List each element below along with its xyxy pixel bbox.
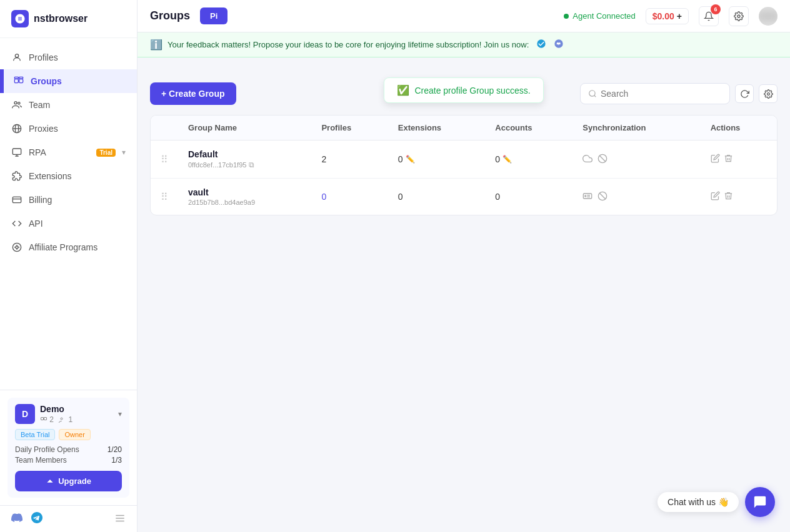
avatar: D	[15, 404, 35, 424]
sidebar-item-api[interactable]: API	[0, 212, 137, 235]
sync-cloud-icon[interactable]	[582, 154, 592, 165]
toolbar-right	[580, 83, 778, 104]
sidebar-item-proxies[interactable]: Proxies	[0, 117, 137, 140]
banner-text: Your feedback matters! Propose your idea…	[168, 40, 529, 49]
settings-groups-button[interactable]	[759, 84, 778, 103]
sidebar-item-team-label: Team	[29, 100, 50, 110]
user-chevron-icon[interactable]: ▾	[118, 410, 122, 418]
delete-vault-icon[interactable]	[724, 191, 733, 202]
sync-icons-default	[582, 154, 690, 165]
info-icon: ℹ️	[150, 39, 162, 51]
footer-icons	[11, 512, 42, 526]
accounts-count-default: 0 ✏️	[485, 140, 572, 179]
header: Groups Pi Agent Connected $0.00 + 6	[138, 0, 790, 32]
chat-label: Chat with us 👋	[658, 492, 739, 512]
extensions-count-default: 0 ✏️	[388, 140, 486, 179]
beta-trial-badge: Beta Trial	[15, 429, 55, 440]
discord-icon[interactable]	[11, 512, 22, 526]
svg-point-5	[14, 102, 17, 104]
search-container	[580, 83, 730, 104]
actions-cell-vault	[701, 179, 777, 215]
telegram-banner-icon[interactable]	[536, 39, 546, 51]
sidebar-item-team[interactable]: Team	[0, 93, 137, 117]
menu-icon[interactable]	[114, 513, 126, 526]
profiles-count-default: 2	[311, 140, 388, 179]
sync-hdd-icon[interactable]	[582, 191, 592, 203]
group-name-cell-vault: vault 2d15b7b8...bd4ae9a9	[178, 179, 311, 215]
profiles-zero-link[interactable]: 0	[321, 192, 326, 202]
upgrade-button[interactable]: Upgrade	[15, 471, 122, 491]
edit-accounts-icon[interactable]: ✏️	[502, 155, 512, 164]
sidebar-item-groups[interactable]: Groups	[0, 69, 137, 93]
col-sync: Synchronization	[572, 116, 700, 140]
edit-group-icon[interactable]	[711, 154, 720, 165]
groups-icon	[13, 76, 24, 87]
svg-point-22	[738, 15, 740, 17]
sidebar-item-billing-label: Billing	[29, 195, 52, 205]
group-id-vault: 2d15b7b8...bd4ae9a9	[188, 199, 301, 206]
delete-group-icon[interactable]	[724, 154, 733, 165]
search-input[interactable]	[601, 89, 694, 99]
sidebar-footer	[0, 505, 137, 532]
sidebar-item-groups-label: Groups	[31, 76, 62, 86]
telegram-icon[interactable]	[31, 512, 42, 526]
table-row: ⠿ vault 2d15b7b8...bd4ae9a9 0	[151, 179, 777, 215]
svg-point-23	[538, 39, 546, 47]
team-members-label: Team Members	[15, 456, 67, 465]
drag-handle-icon[interactable]: ⠿	[161, 154, 168, 165]
svg-rect-16	[41, 417, 44, 420]
sidebar: nstbrowser Profiles Groups Team	[0, 0, 138, 532]
groups-data-table: Group Name Profiles Extensions Accounts …	[151, 116, 777, 215]
svg-point-27	[767, 92, 769, 95]
sync-off-icon[interactable]	[598, 154, 608, 165]
agent-label: Agent Connected	[572, 11, 635, 21]
sidebar-item-extensions[interactable]: Extensions	[0, 164, 137, 188]
check-icon: ✅	[397, 84, 409, 96]
sidebar-item-profiles[interactable]: Profiles	[0, 46, 137, 69]
svg-line-35	[600, 193, 606, 199]
create-group-button[interactable]: + Create Group	[150, 82, 236, 105]
sidebar-item-affiliate[interactable]: Affiliate Programs	[0, 235, 137, 259]
groups-table: Group Name Profiles Extensions Accounts …	[150, 115, 778, 215]
agent-dot	[564, 14, 569, 19]
sidebar-item-billing[interactable]: Billing	[0, 188, 137, 212]
copy-id-icon[interactable]: ⧉	[249, 160, 254, 169]
sync-off-icon-vault[interactable]	[598, 191, 608, 203]
sidebar-item-api-label: API	[29, 219, 43, 229]
svg-point-0	[15, 54, 18, 57]
svg-rect-1	[14, 79, 18, 83]
edit-extensions-icon[interactable]: ✏️	[406, 155, 415, 164]
member-count: 1	[59, 415, 72, 424]
header-tab[interactable]: Pi	[200, 7, 228, 24]
refresh-button[interactable]	[735, 84, 754, 103]
sidebar-item-rpa[interactable]: RPA Trial ▾	[0, 140, 137, 164]
sync-cell-vault	[572, 179, 700, 215]
user-badges: Beta Trial Owner	[15, 429, 122, 440]
svg-point-14	[12, 243, 21, 251]
notifications-button[interactable]: 6	[699, 6, 719, 26]
sidebar-item-affiliate-label: Affiliate Programs	[29, 242, 98, 252]
discord-banner-icon[interactable]	[554, 39, 564, 51]
page-content: ✅ Create profile Group success. + Create…	[138, 57, 790, 532]
sidebar-item-profiles-label: Profiles	[29, 52, 58, 62]
col-extensions: Extensions	[388, 116, 486, 140]
sync-cell-default	[572, 140, 700, 179]
chat-button[interactable]	[745, 487, 775, 517]
svg-point-6	[18, 102, 20, 104]
add-balance-icon[interactable]: +	[677, 11, 682, 21]
settings-button[interactable]	[729, 6, 749, 26]
svg-point-31	[585, 195, 586, 197]
group-name-cell: Default 0ffdc8ef...17cb1f95 ⧉	[178, 140, 311, 179]
svg-line-26	[594, 96, 596, 97]
drag-handle-icon-vault[interactable]: ⠿	[161, 192, 168, 202]
table-row: ⠿ Default 0ffdc8ef...17cb1f95 ⧉ 2	[151, 140, 777, 179]
browser-count: 2	[40, 415, 54, 424]
edit-vault-icon[interactable]	[711, 191, 720, 202]
logo-icon	[11, 10, 29, 27]
chat-label-text: Chat with us 👋	[668, 497, 729, 507]
user-avatar-header[interactable]	[759, 7, 778, 26]
rpa-trial-badge: Trial	[96, 149, 116, 157]
rpa-icon	[11, 147, 22, 158]
daily-opens-val: 1/20	[108, 445, 122, 454]
sidebar-item-rpa-label: RPA	[29, 147, 46, 157]
